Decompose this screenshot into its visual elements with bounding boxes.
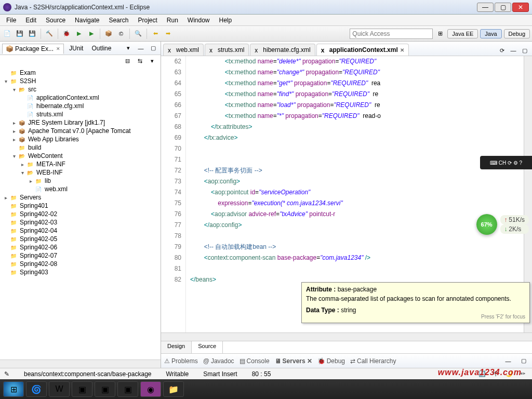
menu-navigate[interactable]: Navigate <box>71 16 103 25</box>
view-debug[interactable]: 🐞 Debug <box>317 357 345 365</box>
minimize-button[interactable]: — <box>477 3 494 12</box>
quick-access-input[interactable] <box>350 29 433 39</box>
maximize-button[interactable]: ▢ <box>495 3 511 12</box>
tree-node[interactable]: Spring402-02 <box>2 210 158 218</box>
menu-help[interactable]: Help <box>215 16 236 25</box>
perspective-debug[interactable]: Debug <box>504 29 530 38</box>
tree-node[interactable]: Spring402-06 <box>2 243 158 251</box>
minimize-view-icon[interactable]: — <box>136 43 146 54</box>
tree-node[interactable]: ▸Servers <box>2 193 158 202</box>
menu-window[interactable]: Window <box>183 16 214 25</box>
tree-node[interactable]: ▸Web App Libraries <box>2 135 158 143</box>
tree-node[interactable]: ▾WebContent <box>2 152 158 160</box>
view-javadoc[interactable]: @ Javadoc <box>203 357 234 365</box>
line-gutter: 6263646566676869707172737475767778798081… <box>161 56 186 332</box>
bv-min-icon[interactable]: — <box>503 356 513 366</box>
tab-source[interactable]: Source <box>192 341 223 353</box>
new-package-button[interactable]: 📦 <box>103 29 114 39</box>
tree-node[interactable]: build <box>2 143 158 152</box>
view-problems[interactable]: ⚠ Problems <box>164 357 198 365</box>
open-perspective-button[interactable]: ⊞ <box>435 29 445 39</box>
taskbar-eclipse[interactable]: ◉ <box>140 381 161 397</box>
menu-source[interactable]: Source <box>42 16 70 25</box>
tree-node[interactable]: ▾src <box>2 85 158 94</box>
back-button[interactable]: ⬅ <box>150 29 161 39</box>
run-button[interactable]: ▶ <box>74 29 84 39</box>
tab-outline[interactable]: Outline <box>88 44 114 53</box>
perspective-java[interactable]: Java <box>480 29 501 38</box>
save-button[interactable]: 💾 <box>15 29 25 39</box>
close-icon[interactable]: ✕ <box>56 46 60 51</box>
tree-node[interactable]: Spring402-04 <box>2 227 158 235</box>
search-button[interactable]: 🔍 <box>133 29 143 39</box>
start-button[interactable]: ⊞ <box>3 381 24 397</box>
taskbar-app[interactable]: ▣ <box>95 381 115 397</box>
eclipse-icon <box>3 3 11 11</box>
taskbar-app[interactable]: W <box>49 381 70 397</box>
editor-tabs: xweb.xmlxstruts.xmlxhibernate.cfg.xmlxap… <box>161 42 532 56</box>
editor-toolbar-icon[interactable]: ⟳ <box>497 45 507 56</box>
run-last-button[interactable]: ▶ <box>86 29 97 39</box>
tab-design[interactable]: Design <box>161 341 192 353</box>
menu-file[interactable]: File <box>2 16 20 25</box>
menu-project[interactable]: Project <box>134 16 161 25</box>
horizontal-scrollbar[interactable] <box>0 360 161 368</box>
tree-node[interactable]: ▸META-INF <box>2 160 158 168</box>
view-dropdown-icon[interactable]: ▾ <box>147 56 157 66</box>
taskbar-explorer[interactable]: 📁 <box>163 381 184 397</box>
tree-node[interactable]: Spring402-07 <box>2 251 158 260</box>
tab-package-explorer[interactable]: 📦 Package Ex... ✕ <box>2 44 64 54</box>
close-icon[interactable]: ✕ <box>400 47 404 53</box>
tree-node[interactable]: struts.xml <box>2 110 158 118</box>
editor-tab[interactable]: xweb.xml <box>163 44 204 56</box>
view-menu-icon[interactable]: ▾ <box>123 43 134 54</box>
editor-min-icon[interactable]: — <box>508 45 518 56</box>
maximize-view-icon[interactable]: ▢ <box>148 43 158 54</box>
tree-node[interactable]: Spring402-08 <box>2 260 158 268</box>
ime-widget[interactable]: ⌨ CH ⟳ ⚙ ? <box>480 156 532 169</box>
editor-tab[interactable]: xhibernate.cfg.xml <box>250 44 315 56</box>
taskbar-app[interactable]: ▣ <box>72 381 92 397</box>
main-toolbar: 📄 💾 💾 🔨 🐞 ▶ ▶ 📦 © 🔍 ⬅ ➡ ⊞ Java EE Java D… <box>0 26 532 42</box>
editor-tab[interactable]: xapplicationContext.xml ✕ <box>316 44 409 56</box>
menu-run[interactable]: Run <box>163 16 182 25</box>
tree-node[interactable]: ▸lib <box>2 177 158 185</box>
tree-node[interactable]: Spring402-03 <box>2 218 158 227</box>
network-speed-widget[interactable]: 67% ↑ 51K/s ↓ 2K/s <box>476 214 529 235</box>
view-call-hierarchy[interactable]: ⇄ Call Hierarchy <box>350 357 396 365</box>
project-tree[interactable]: Exam▾S2SH▾srcapplicationContext.xmlhiber… <box>0 66 161 360</box>
view-servers[interactable]: 🖥 Servers ✕ <box>275 357 312 365</box>
close-button[interactable]: ✕ <box>512 3 529 12</box>
taskbar-app[interactable]: 🌀 <box>26 381 47 397</box>
debug-button[interactable]: 🐞 <box>61 29 72 39</box>
tree-node[interactable]: Spring402-05 <box>2 235 158 243</box>
bv-max-icon[interactable]: ▢ <box>518 356 529 366</box>
save-all-button[interactable]: 💾 <box>27 29 37 39</box>
menu-edit[interactable]: Edit <box>21 16 41 25</box>
toolbar-button[interactable]: 🔨 <box>44 29 55 39</box>
link-editor-icon[interactable]: ⇆ <box>135 56 145 66</box>
tree-node[interactable]: Spring403 <box>2 268 158 276</box>
tree-node[interactable]: hibernate.cfg.xml <box>2 102 158 110</box>
editor-tab[interactable]: xstruts.xml <box>205 44 249 56</box>
tree-node[interactable]: ▸JRE System Library [jdk1.7] <box>2 118 158 127</box>
menubar: File Edit Source Navigate Search Project… <box>0 15 532 26</box>
forward-button[interactable]: ➡ <box>163 29 173 39</box>
tree-node[interactable]: ▸Apache Tomcat v7.0 [Apache Tomcat <box>2 127 158 135</box>
editor-max-icon[interactable]: ▢ <box>520 45 530 56</box>
editor-horizontal-scrollbar[interactable] <box>161 332 532 341</box>
menu-search[interactable]: Search <box>104 16 132 25</box>
collapse-all-icon[interactable]: ⊟ <box>122 56 132 66</box>
new-button[interactable]: 📄 <box>2 29 12 39</box>
view-console[interactable]: ▤ Console <box>240 357 270 365</box>
tree-node[interactable]: web.xml <box>2 185 158 193</box>
tree-node[interactable]: ▾WEB-INF <box>2 168 158 177</box>
tree-node[interactable]: Exam <box>2 69 158 77</box>
tree-node[interactable]: ▾S2SH <box>2 77 158 85</box>
tree-node[interactable]: applicationContext.xml <box>2 94 158 102</box>
perspective-java-ee[interactable]: Java EE <box>447 29 478 38</box>
tab-junit[interactable]: JUnit <box>66 44 86 53</box>
new-class-button[interactable]: © <box>116 29 126 39</box>
taskbar-app[interactable]: ▣ <box>117 381 138 397</box>
tree-node[interactable]: Spring401 <box>2 202 158 210</box>
